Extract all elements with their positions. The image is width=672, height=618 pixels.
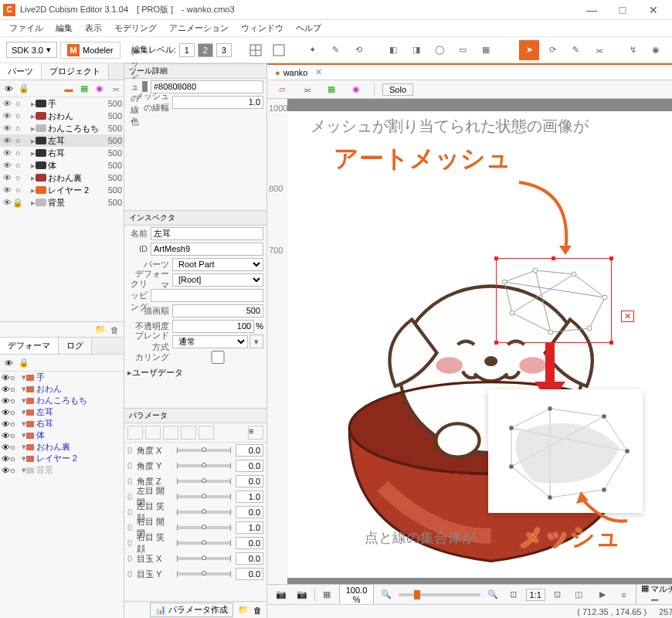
deformer-row[interactable]: 👁○▾ 手 [0,372,124,383]
inspector-parts-select[interactable]: Root Part [172,258,263,271]
menu-window[interactable]: ウィンドウ [235,20,290,36]
eye-column-icon[interactable]: 👁 [3,83,14,94]
camera-a-icon[interactable]: 📷 [272,585,290,605]
param-del-icon[interactable] [163,426,178,440]
inspector-id-input[interactable] [151,243,263,256]
param-key3-icon[interactable] [145,426,161,440]
blend-preview-icon[interactable]: ▾ [249,334,263,348]
tool-deform-a-icon[interactable]: ◧ [383,40,403,60]
zoom-input[interactable]: 100.0 % [339,584,374,606]
filter-b-icon[interactable]: ▦ [79,83,90,94]
inspector-deformer-select[interactable]: [Root] [172,273,263,287]
mesh-width-input[interactable] [172,96,263,109]
parts-row[interactable]: 👁○▸ おわん500 [0,110,124,122]
deformer-row[interactable]: 👁○▾ 背景 [0,464,124,476]
tool-brush-icon[interactable]: ✎ [565,40,585,60]
zoom-out-icon[interactable]: 🔍 [377,585,395,605]
tool-rotate-icon[interactable]: ⟳ [542,40,562,60]
parameter-list[interactable]: 0角度 X0角度 Y0角度 Z0左目 開閉0左目 笑顔0右目 開閉0右目 笑顔0… [124,443,266,601]
deformer-row[interactable]: 👁○▾ おわん裏 [0,441,124,453]
solo-button[interactable]: Solo [382,83,413,96]
tool-deform-d-icon[interactable]: ▦ [476,40,496,60]
parameter-row[interactable]: 0目玉 X [124,551,266,566]
param-menu-icon[interactable]: ≡ [248,426,263,440]
inspector-draworder-input[interactable] [172,304,263,317]
tool-deform-b-icon[interactable]: ◨ [406,40,426,60]
menu-view[interactable]: 表示 [79,20,108,36]
selection-delete-icon[interactable]: ✕ [621,311,634,322]
tool-path-icon[interactable]: ↯ [623,40,643,60]
param-folder-icon[interactable]: 📁 [238,605,249,615]
parameter-row[interactable]: 0右目 笑顔 [124,535,266,551]
edit-level-2[interactable]: 2 [198,43,213,57]
parts-tree[interactable]: 👁○▸ 手500👁○▸ おわん500👁○▸ わんころもち500👁○▸ 左耳500… [0,97,124,321]
tool-pen-icon[interactable]: ✎ [326,40,346,60]
deformer-row[interactable]: 👁○▾ 左耳 [0,406,124,418]
parts-row[interactable]: 👁○▸ レイヤー 2500 [0,184,124,196]
view-grid-icon[interactable]: ▦ [321,80,341,100]
deformer-row[interactable]: 👁○▾ おわん [0,383,124,395]
parts-row[interactable]: 👁○▸ わんころもち500 [0,122,124,134]
param-grid-icon[interactable] [199,426,214,440]
parts-row[interactable]: 👁○▸ 手500 [0,97,124,110]
edit-level-3[interactable]: 3 [216,43,232,57]
menu-help[interactable]: ヘルプ [290,20,328,36]
window-close-button[interactable]: ✕ [638,1,669,19]
window-maximize-button[interactable]: □ [607,1,638,19]
tab-log[interactable]: ログ [59,338,92,354]
parts-row[interactable]: 👁○▸ 右耳500 [0,147,124,159]
tool-texture-icon[interactable] [269,40,289,60]
tool-auto-icon[interactable]: ⟲ [349,40,369,60]
parameter-row[interactable]: 0角度 Y [124,458,266,474]
tab-project[interactable]: プロジェクト [42,63,109,80]
menu-modeling[interactable]: モデリング [108,20,163,36]
filter-c-icon[interactable]: ◉ [94,83,105,94]
window-minimize-button[interactable]: — [576,1,607,19]
inspector-name-input[interactable] [151,227,263,240]
tool-deform-c-icon[interactable]: ▭ [453,40,473,60]
tool-lasso-icon[interactable]: ◯ [429,40,450,60]
trash-icon[interactable]: 🗑 [110,325,119,334]
inspector-culling-checkbox[interactable] [172,351,263,364]
view-rot-icon[interactable]: ◉ [346,80,366,100]
inspector-blend-select[interactable]: 通常 [172,335,248,348]
deformer-row[interactable]: 👁○▾ 右耳 [0,418,124,430]
deformer-row[interactable]: 👁○▾ 体 [0,430,124,441]
view-menu-icon[interactable]: ≡ [615,585,633,605]
tool-glue-icon[interactable]: ⫘ [589,40,609,60]
zoom-reset-icon[interactable]: ⊡ [548,585,566,605]
menu-file[interactable]: ファイル [3,20,49,36]
zoom-ratio[interactable]: 1:1 [526,589,545,601]
tab-parts[interactable]: パーツ [0,63,42,80]
parts-row[interactable]: 👁🔒▸ 背景500 [0,196,124,209]
parameter-row[interactable]: 0目玉 Y [124,566,266,582]
camera-b-icon[interactable]: 📷 [293,585,311,605]
play-icon[interactable]: ▶ [594,585,612,605]
grid-toggle-icon[interactable]: ▦ [317,585,335,605]
filter-d-icon[interactable]: ⫘ [110,83,120,94]
canvas-viewport[interactable]: 1000 800 700 [267,99,672,584]
document-tab[interactable]: ●wanko✕ [267,66,330,79]
tool-mesh-icon[interactable] [246,40,266,60]
mode-modeler-button[interactable]: M Modeler [60,42,120,59]
zoom-in-icon[interactable]: 🔍 [484,585,501,605]
selection-bounding-box[interactable] [496,258,612,343]
menu-animation[interactable]: アニメーション [163,20,235,36]
param-trash-icon[interactable]: 🗑 [253,606,262,615]
inspector-opacity-input[interactable] [172,320,254,333]
parameter-row[interactable]: 0角度 X [124,443,266,458]
edit-level-1[interactable]: 1 [179,43,195,57]
lock-column-icon[interactable]: 🔒 [19,358,29,368]
param-create-button[interactable]: 📊 パラメータ作成 [150,603,233,617]
parts-row[interactable]: 👁○▸ おわん裏500 [0,171,124,184]
deformer-row[interactable]: 👁○▾ わんころもち [0,395,124,406]
lock-column-icon[interactable]: 🔒 [19,83,29,94]
deformer-row[interactable]: 👁○▾ レイヤー 2 [0,453,124,464]
menu-edit[interactable]: 編集 [49,20,79,36]
tab-deformer[interactable]: デフォーマ [0,338,59,354]
parts-row[interactable]: 👁○▸ 体500 [0,159,124,171]
param-key2-icon[interactable] [127,426,143,440]
view-mesh-icon[interactable]: ▱ [272,80,292,100]
tool-eye-icon[interactable]: ◉ [646,40,666,60]
parts-row[interactable]: 👁○▸ 左耳500 [0,134,124,147]
